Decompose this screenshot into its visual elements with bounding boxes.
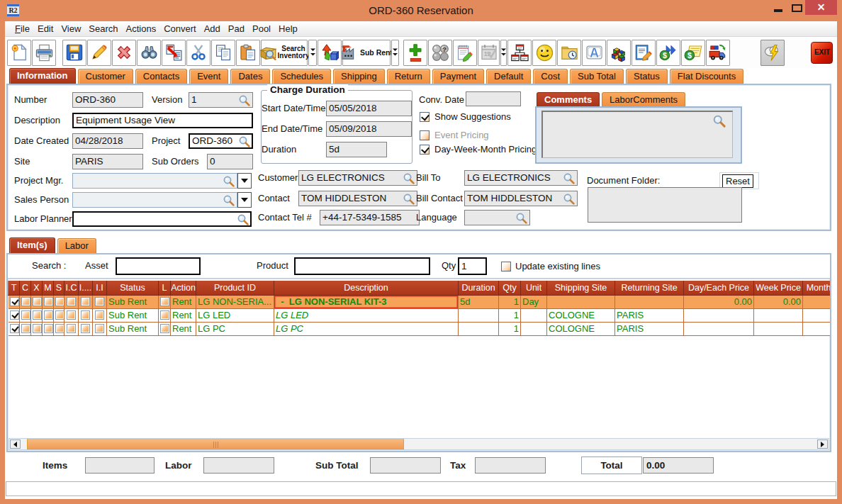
- row-checkbox[interactable]: [67, 324, 76, 333]
- maximize-button[interactable]: [787, 0, 807, 15]
- tab-contacts[interactable]: Contacts: [135, 69, 187, 84]
- grid-col-m[interactable]: M: [43, 281, 54, 295]
- labor-planner-search-icon[interactable]: [237, 213, 249, 227]
- row-checkbox[interactable]: [33, 297, 42, 306]
- show-suggestions-checkbox[interactable]: [420, 112, 430, 122]
- menu-search[interactable]: Search: [85, 21, 121, 36]
- row-checkbox[interactable]: [44, 324, 53, 333]
- conv-date-field[interactable]: [466, 91, 521, 106]
- row-checkbox[interactable]: [67, 310, 76, 320]
- row-checkbox[interactable]: [95, 310, 104, 320]
- print-button[interactable]: [32, 40, 56, 66]
- comments-textarea[interactable]: [541, 111, 733, 158]
- tab-payment[interactable]: Payment: [432, 69, 484, 84]
- row-checkbox-checked[interactable]: [10, 324, 19, 333]
- menu-add[interactable]: Add: [201, 21, 224, 36]
- row-checkbox[interactable]: [160, 297, 169, 306]
- row-checkbox[interactable]: [55, 310, 64, 320]
- horizontal-scrollbar[interactable]: [9, 438, 829, 450]
- folder-clock-button[interactable]: [557, 40, 581, 66]
- dollar-note-button[interactable]: $: [681, 40, 705, 66]
- search-inventory-button[interactable]: SearchInventory: [261, 40, 308, 66]
- grid-col-day-each-price[interactable]: Day/Each Price: [684, 281, 754, 295]
- language-field[interactable]: [464, 210, 530, 225]
- grid-row[interactable]: Sub RentRentLG LEDLG LED1COLOGNEPARIS: [9, 308, 832, 322]
- row-checkbox[interactable]: [33, 324, 42, 333]
- tab-return[interactable]: Return: [387, 69, 430, 84]
- sales-person-dropdown[interactable]: [237, 192, 252, 208]
- contact-tel-field[interactable]: +44-17-5349-1585: [320, 210, 420, 225]
- tab-cost[interactable]: Cost: [533, 69, 568, 84]
- project-mgr-dropdown[interactable]: [237, 173, 252, 189]
- comments-search-icon[interactable]: [712, 114, 726, 130]
- grid-col-i-c[interactable]: I.C: [64, 281, 79, 295]
- contact-search-icon[interactable]: [403, 193, 415, 206]
- tab-customer[interactable]: Customer: [78, 69, 133, 84]
- menu-file[interactable]: File: [11, 21, 33, 36]
- row-checkbox-checked[interactable]: [10, 297, 19, 306]
- menu-actions[interactable]: Actions: [123, 21, 160, 36]
- grid-col-s[interactable]: S: [54, 281, 64, 295]
- reset-button[interactable]: Reset: [722, 174, 753, 188]
- project-mgr-search-icon[interactable]: [223, 175, 235, 189]
- notepad-button[interactable]: [453, 40, 477, 66]
- grid-col-unit[interactable]: Unit: [521, 281, 547, 295]
- row-checkbox[interactable]: [67, 297, 76, 306]
- duration-field[interactable]: 5d: [326, 142, 387, 157]
- grid-col-description[interactable]: Description: [274, 281, 459, 295]
- dollar-arrows-button[interactable]: $: [656, 40, 680, 66]
- grid-col-duration[interactable]: Duration: [459, 281, 499, 295]
- grid-col-x[interactable]: X: [31, 281, 43, 295]
- tab-flat-discounts[interactable]: Flat Discounts: [670, 69, 743, 84]
- menu-pad[interactable]: Pad: [225, 21, 248, 36]
- row-checkbox[interactable]: [55, 324, 64, 333]
- document-folder-box[interactable]: [588, 187, 742, 223]
- new-document-button[interactable]: [7, 40, 31, 66]
- language-search-icon[interactable]: [515, 212, 528, 225]
- scroll-left-button[interactable]: [10, 439, 21, 449]
- sales-person-search-icon[interactable]: [223, 194, 235, 208]
- sub-rent-dropdown-button[interactable]: [391, 40, 399, 66]
- menu-edit[interactable]: Edit: [34, 21, 57, 36]
- scroll-right-button[interactable]: [817, 439, 828, 449]
- add-line-button[interactable]: [403, 40, 427, 66]
- menu-pool[interactable]: Pool: [249, 21, 274, 36]
- event-pricing-checkbox[interactable]: [420, 130, 430, 140]
- grid-col-product-id[interactable]: Product ID: [196, 281, 274, 295]
- project-field[interactable]: ORD-360: [189, 133, 253, 149]
- asset-input[interactable]: [116, 257, 201, 275]
- scrollbar-thumb[interactable]: [27, 439, 404, 449]
- calendar-button[interactable]: 12: [478, 40, 500, 66]
- tab-dates[interactable]: Dates: [230, 69, 270, 84]
- transfer-document-button[interactable]: [162, 40, 186, 66]
- project-mgr-field[interactable]: [72, 173, 237, 189]
- row-checkbox[interactable]: [44, 297, 53, 306]
- lightning-button[interactable]: [760, 40, 785, 66]
- grid-col-qty[interactable]: Qty: [499, 281, 521, 295]
- tab-status[interactable]: Status: [626, 69, 668, 84]
- bill-to-field[interactable]: LG ELECTRONICS: [464, 170, 578, 186]
- row-checkbox[interactable]: [95, 324, 104, 333]
- save-button[interactable]: [62, 40, 86, 66]
- row-checkbox[interactable]: [21, 297, 30, 306]
- grid-col-status[interactable]: Status: [107, 281, 159, 295]
- row-checkbox[interactable]: [95, 297, 104, 306]
- row-checkbox[interactable]: [21, 324, 30, 333]
- cut-button[interactable]: [186, 40, 211, 66]
- grid-col-month[interactable]: Month: [803, 281, 832, 295]
- truck-button[interactable]: [706, 40, 730, 66]
- items-tab-labor[interactable]: Labor: [57, 238, 96, 253]
- tab-information[interactable]: Information: [9, 68, 76, 84]
- tab-event[interactable]: Event: [189, 69, 228, 84]
- start-date-field[interactable]: 05/05/2018: [326, 101, 412, 116]
- minimize-button[interactable]: [769, 0, 787, 15]
- tab-schedules[interactable]: Schedules: [272, 69, 331, 84]
- grid-col-shipping-site[interactable]: Shipping Site: [547, 281, 615, 295]
- bill-contact-field[interactable]: TOM HIDDLESTON: [464, 191, 578, 206]
- row-checkbox[interactable]: [21, 310, 30, 320]
- cube-stack-button[interactable]: [607, 40, 631, 66]
- delete-button[interactable]: [112, 40, 136, 66]
- keyboard-key-button[interactable]: [582, 40, 606, 66]
- row-checkbox[interactable]: [81, 310, 90, 320]
- tab-sub-total[interactable]: Sub Total: [570, 69, 624, 84]
